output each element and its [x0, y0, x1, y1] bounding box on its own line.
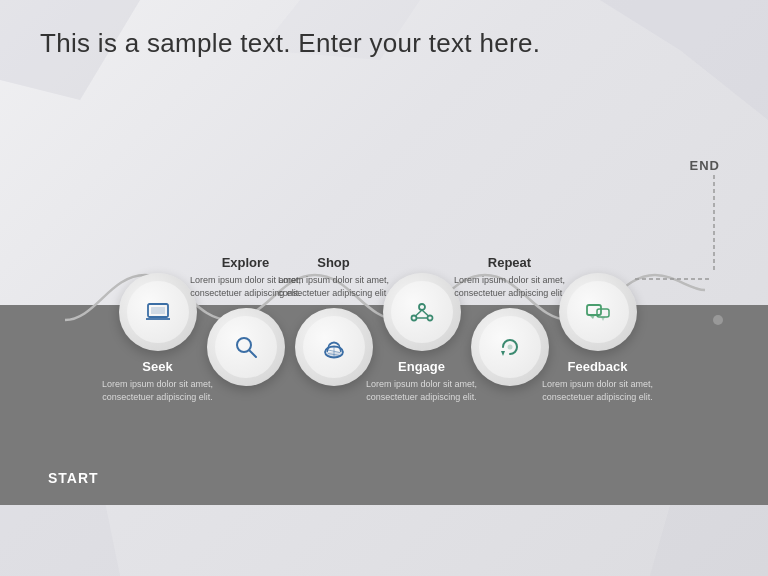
circle-feedback: [559, 273, 637, 351]
explore-icon: [231, 332, 261, 362]
svg-marker-25: [589, 315, 595, 319]
svg-marker-27: [601, 317, 605, 321]
circle-shop: [295, 308, 373, 386]
svg-point-23: [507, 345, 512, 350]
end-label: END: [690, 158, 720, 173]
shop-label: Shop: [276, 255, 391, 270]
circle-explore: [207, 308, 285, 386]
seek-icon: [143, 297, 173, 327]
feedback-icon: [583, 297, 613, 327]
slide-container: This is a sample text. Enter your text h…: [0, 0, 768, 576]
circle-repeat: [471, 308, 549, 386]
svg-line-20: [422, 310, 429, 316]
end-dot: [713, 315, 723, 325]
feedback-label: Feedback: [540, 359, 655, 374]
svg-marker-1: [600, 0, 768, 120]
shop-icon: [319, 332, 349, 362]
step-feedback: Feedback Lorem ipsum dolor sit amet, con…: [540, 273, 655, 404]
circle-engage: [383, 273, 461, 351]
svg-rect-24: [587, 305, 601, 315]
engage-icon: [407, 297, 437, 327]
svg-line-19: [415, 310, 422, 316]
slide-title: This is a sample text. Enter your text h…: [40, 28, 728, 59]
svg-point-16: [419, 304, 425, 310]
svg-marker-22: [501, 351, 505, 356]
svg-rect-9: [151, 307, 165, 314]
start-label: START: [48, 470, 99, 486]
svg-line-11: [249, 351, 256, 358]
repeat-label: Repeat: [452, 255, 567, 270]
circle-seek: [119, 273, 197, 351]
dashed-end-line: [704, 175, 724, 270]
repeat-icon: [495, 332, 525, 362]
feedback-desc: Lorem ipsum dolor sit amet, consectetuer…: [540, 378, 655, 404]
